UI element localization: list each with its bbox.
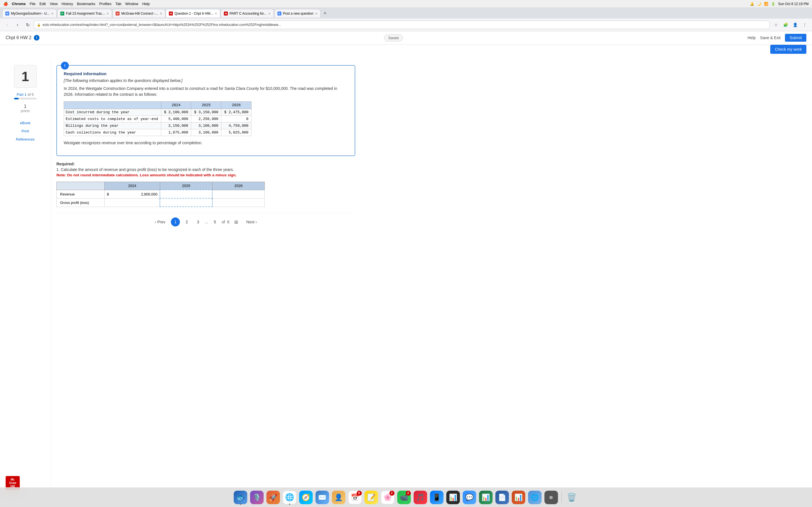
tab-post[interactable]: G Post a new question × [274, 9, 320, 17]
page-5-button[interactable]: 5 [210, 217, 219, 226]
tab-close-mygeorgiasouthern[interactable]: × [51, 11, 54, 15]
prev-button[interactable]: ‹ Prev [151, 218, 168, 226]
more-options-button[interactable]: ⋮ [801, 21, 809, 29]
dock-contacts[interactable]: 👤 [331, 490, 346, 505]
tab-close-partc[interactable]: × [268, 11, 270, 15]
dock-facetime[interactable]: 📹 2 [397, 490, 411, 505]
table-row: Cash collections during the year 1,875,0… [64, 129, 252, 136]
content-area: Chpt 6 HW 2 i Saved Help Save & Exit Sub… [0, 31, 812, 507]
page-2-button[interactable]: 2 [182, 217, 191, 226]
facetime-badge: 2 [406, 491, 411, 496]
grid-view-button[interactable]: ⊞ [232, 217, 241, 226]
help-button[interactable]: Help [748, 36, 756, 40]
gross-profit-2024-input[interactable] [107, 201, 157, 205]
help-menu[interactable]: Help [142, 2, 150, 6]
new-tab-button[interactable]: + [321, 9, 329, 17]
check-my-work-button[interactable]: Check my work [770, 45, 806, 54]
address-bar[interactable]: 🔒 ezto.mheducation.com/ext/map/index.htm… [34, 20, 770, 29]
tab-mcgrawhill[interactable]: D McGraw-Hill Connect -... × [112, 9, 165, 17]
bookmarks-menu[interactable]: Bookmarks [77, 2, 95, 6]
tab-close-fall23[interactable]: × [107, 11, 109, 15]
part-of: of 5 [28, 93, 34, 97]
tab-close-post[interactable]: × [315, 11, 317, 15]
app-name-menu[interactable]: Chrome [12, 2, 26, 6]
dock-crossword[interactable]: ⊞ [544, 490, 559, 505]
history-menu[interactable]: History [61, 2, 73, 6]
edit-menu[interactable]: Edit [40, 2, 46, 6]
dock-excel[interactable]: 📊 [478, 490, 493, 505]
dock-music[interactable]: 🎵 [413, 490, 428, 505]
dock-appstore[interactable]: 📱 [429, 490, 444, 505]
back-button[interactable]: ‹ [3, 21, 11, 29]
dock-siri[interactable]: 🎙️ [250, 490, 264, 505]
check-btn-container: Check my work [0, 45, 812, 59]
window-menu[interactable]: Window [125, 2, 138, 6]
answer-header-2024: 2024 [105, 182, 160, 190]
view-menu[interactable]: View [50, 2, 57, 6]
tab-menu[interactable]: Tab [115, 2, 121, 6]
launchpad-icon: 🚀 [266, 491, 280, 504]
answer-header-empty [57, 182, 105, 190]
dock-network[interactable]: 🌐 [527, 490, 542, 505]
dock-notes[interactable]: 📝 [364, 490, 378, 505]
dock-calendar[interactable]: 📅 8 [348, 490, 362, 505]
profiles-menu[interactable]: Profiles [99, 2, 111, 6]
answer-cell-revenue-2025 [160, 190, 212, 198]
save-exit-button[interactable]: Save & Exit [760, 36, 780, 40]
dock-activity[interactable]: 📊 [446, 490, 460, 505]
browser-toolbar: ‹ › ↻ 🔒 ezto.mheducation.com/ext/map/ind… [0, 18, 812, 31]
submit-button[interactable]: Submit [785, 34, 806, 42]
dock-launchpad[interactable]: 🚀 [266, 490, 281, 505]
dock-chrome[interactable]: 🌐 [282, 490, 297, 505]
dock-trash[interactable]: 🗑️ [564, 490, 579, 505]
menu-notification-icon: 🔔 [750, 2, 754, 6]
dock-photos[interactable]: 🌸 2 [380, 490, 395, 505]
contacts-icon: 👤 [332, 491, 345, 504]
pagination-bar: ‹ Prev 1 2 3 ... 5 of 6 ⊞ Next › [56, 213, 355, 231]
page-1-button[interactable]: 1 [171, 217, 180, 226]
references-link[interactable]: References [13, 136, 37, 143]
dock-zoom[interactable]: 💬 [462, 490, 477, 505]
address-text: ezto.mheducation.com/ext/map/index.html?… [43, 23, 767, 27]
prev-label: Prev [157, 220, 165, 224]
reload-button[interactable]: ↻ [24, 21, 32, 29]
gross-profit-2025-input[interactable] [162, 201, 210, 205]
required-section: Required: 1. Calculate the amount of rev… [56, 162, 355, 177]
tab-bar: M MyGeorgiaSouthern - U... × F Fall 23 A… [0, 8, 812, 18]
dock-word[interactable]: 📄 [495, 490, 509, 505]
revenue-2025-input[interactable] [162, 192, 210, 196]
ebook-link[interactable]: eBook [18, 120, 33, 126]
tab-fall23[interactable]: F Fall 23 Assignment Trac... × [57, 9, 112, 17]
gross-profit-label: Gross profit (loss) [57, 198, 105, 207]
next-button[interactable]: Next › [243, 218, 260, 226]
dock-powerpoint[interactable]: 📊 [511, 490, 526, 505]
dock-finder[interactable]: 🐟 [233, 490, 248, 505]
bookmark-star-button[interactable]: ☆ [772, 21, 780, 29]
dock-mail[interactable]: ✉️ [315, 490, 329, 505]
file-menu[interactable]: File [30, 2, 36, 6]
word-icon: 📄 [495, 491, 509, 504]
revenue-2024-input[interactable] [110, 192, 157, 196]
table-cell-label: Cash collections during the year [64, 129, 161, 136]
extension-button[interactable]: 🧩 [781, 21, 790, 29]
table-cell-2026-cost: $ 2,475,000 [221, 109, 252, 116]
apple-menu[interactable]: 🍎 [3, 2, 8, 6]
next-chevron-icon: › [255, 220, 257, 224]
tab-partc[interactable]: M PART C Accounting for... × [221, 9, 274, 17]
tab-close-mcgrawhill[interactable]: × [160, 11, 162, 15]
tab-close-question1[interactable]: × [215, 11, 217, 15]
tab-mygeorgiasouthern[interactable]: M MyGeorgiaSouthern - U... × [2, 9, 57, 17]
dock-safari[interactable]: 🧭 [299, 490, 313, 505]
chrome-dot [289, 504, 290, 505]
info-icon[interactable]: i [34, 35, 40, 41]
profile-button[interactable]: 👤 [791, 21, 799, 29]
page-3-button[interactable]: 3 [193, 217, 202, 226]
required-info-title: Required information [64, 71, 348, 76]
tab-question1[interactable]: M Question 1 - Chpt 6 HW... × [166, 9, 220, 17]
question-number: 1 [21, 69, 29, 84]
gross-profit-2026-input[interactable] [215, 201, 262, 205]
table-cell-2024-est: 5,400,000 [161, 116, 191, 122]
revenue-2026-input[interactable] [215, 192, 262, 196]
print-link[interactable]: Print [19, 128, 31, 134]
forward-button[interactable]: › [13, 21, 21, 29]
